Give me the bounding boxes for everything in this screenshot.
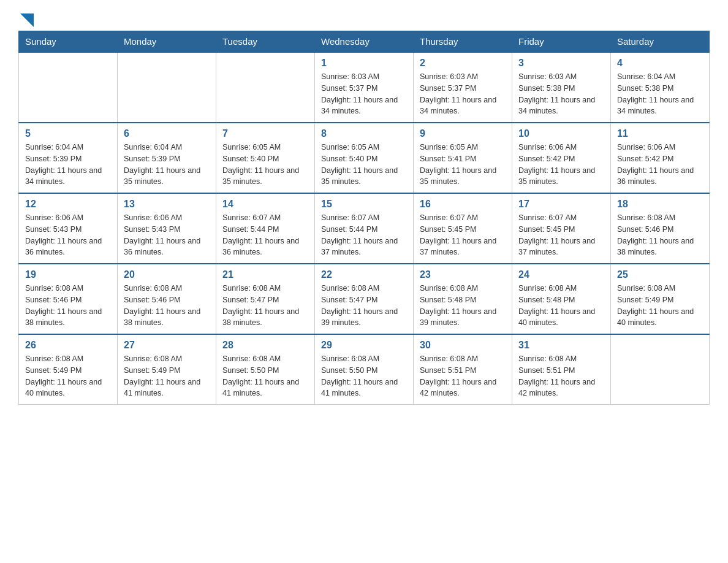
week-row-1: 1Sunrise: 6:03 AM Sunset: 5:37 PM Daylig… xyxy=(19,52,710,123)
calendar-cell: 27Sunrise: 6:08 AM Sunset: 5:49 PM Dayli… xyxy=(118,334,216,405)
calendar-cell: 9Sunrise: 6:05 AM Sunset: 5:41 PM Daylig… xyxy=(414,123,512,193)
day-number: 8 xyxy=(321,128,407,139)
calendar-cell: 14Sunrise: 6:07 AM Sunset: 5:44 PM Dayli… xyxy=(216,193,315,264)
day-number: 25 xyxy=(617,269,703,280)
calendar-cell xyxy=(611,334,710,405)
logo-arrow-icon xyxy=(20,13,34,27)
day-number: 9 xyxy=(420,128,506,139)
day-number: 12 xyxy=(25,199,111,210)
calendar-cell xyxy=(216,52,315,123)
calendar-cell: 29Sunrise: 6:08 AM Sunset: 5:50 PM Dayli… xyxy=(315,334,414,405)
day-number: 30 xyxy=(420,340,506,351)
day-number: 26 xyxy=(25,340,111,351)
day-info: Sunrise: 6:04 AM Sunset: 5:38 PM Dayligh… xyxy=(617,71,703,117)
calendar-cell: 6Sunrise: 6:04 AM Sunset: 5:39 PM Daylig… xyxy=(118,123,216,193)
page-header xyxy=(18,12,710,25)
day-number: 14 xyxy=(222,199,308,210)
day-info: Sunrise: 6:08 AM Sunset: 5:51 PM Dayligh… xyxy=(518,353,604,399)
day-number: 15 xyxy=(321,199,407,210)
day-info: Sunrise: 6:07 AM Sunset: 5:44 PM Dayligh… xyxy=(321,212,407,258)
day-info: Sunrise: 6:08 AM Sunset: 5:46 PM Dayligh… xyxy=(124,283,210,329)
week-row-4: 19Sunrise: 6:08 AM Sunset: 5:46 PM Dayli… xyxy=(19,264,710,334)
calendar-cell: 17Sunrise: 6:07 AM Sunset: 5:45 PM Dayli… xyxy=(512,193,611,264)
calendar-cell: 26Sunrise: 6:08 AM Sunset: 5:49 PM Dayli… xyxy=(19,334,118,405)
day-number: 20 xyxy=(124,269,210,280)
calendar-cell: 22Sunrise: 6:08 AM Sunset: 5:47 PM Dayli… xyxy=(315,264,414,334)
calendar-cell: 30Sunrise: 6:08 AM Sunset: 5:51 PM Dayli… xyxy=(414,334,512,405)
day-number: 19 xyxy=(25,269,111,280)
calendar-cell: 19Sunrise: 6:08 AM Sunset: 5:46 PM Dayli… xyxy=(19,264,118,334)
calendar-cell: 24Sunrise: 6:08 AM Sunset: 5:48 PM Dayli… xyxy=(512,264,611,334)
day-info: Sunrise: 6:08 AM Sunset: 5:47 PM Dayligh… xyxy=(222,283,308,329)
day-info: Sunrise: 6:07 AM Sunset: 5:45 PM Dayligh… xyxy=(518,212,604,258)
day-info: Sunrise: 6:06 AM Sunset: 5:43 PM Dayligh… xyxy=(25,212,111,258)
calendar-cell: 4Sunrise: 6:04 AM Sunset: 5:38 PM Daylig… xyxy=(611,52,710,123)
calendar-table: SundayMondayTuesdayWednesdayThursdayFrid… xyxy=(18,31,710,405)
day-info: Sunrise: 6:05 AM Sunset: 5:40 PM Dayligh… xyxy=(321,142,407,188)
day-number: 13 xyxy=(124,199,210,210)
day-info: Sunrise: 6:08 AM Sunset: 5:48 PM Dayligh… xyxy=(518,283,604,329)
calendar-cell: 18Sunrise: 6:08 AM Sunset: 5:46 PM Dayli… xyxy=(611,193,710,264)
day-info: Sunrise: 6:04 AM Sunset: 5:39 PM Dayligh… xyxy=(25,142,111,188)
day-number: 18 xyxy=(617,199,703,210)
column-header-thursday: Thursday xyxy=(414,31,512,53)
day-info: Sunrise: 6:07 AM Sunset: 5:45 PM Dayligh… xyxy=(420,212,506,258)
day-number: 11 xyxy=(617,128,703,139)
day-info: Sunrise: 6:06 AM Sunset: 5:42 PM Dayligh… xyxy=(617,142,703,188)
week-row-3: 12Sunrise: 6:06 AM Sunset: 5:43 PM Dayli… xyxy=(19,193,710,264)
calendar-cell: 3Sunrise: 6:03 AM Sunset: 5:38 PM Daylig… xyxy=(512,52,611,123)
day-number: 21 xyxy=(222,269,308,280)
day-number: 29 xyxy=(321,340,407,351)
day-number: 27 xyxy=(124,340,210,351)
day-info: Sunrise: 6:08 AM Sunset: 5:46 PM Dayligh… xyxy=(25,283,111,329)
day-number: 24 xyxy=(518,269,604,280)
calendar-cell: 31Sunrise: 6:08 AM Sunset: 5:51 PM Dayli… xyxy=(512,334,611,405)
calendar-cell: 20Sunrise: 6:08 AM Sunset: 5:46 PM Dayli… xyxy=(118,264,216,334)
day-info: Sunrise: 6:04 AM Sunset: 5:39 PM Dayligh… xyxy=(124,142,210,188)
calendar-cell: 28Sunrise: 6:08 AM Sunset: 5:50 PM Dayli… xyxy=(216,334,315,405)
day-info: Sunrise: 6:06 AM Sunset: 5:43 PM Dayligh… xyxy=(124,212,210,258)
day-number: 7 xyxy=(222,128,308,139)
day-number: 5 xyxy=(25,128,111,139)
day-number: 23 xyxy=(420,269,506,280)
day-number: 2 xyxy=(420,58,506,69)
day-number: 16 xyxy=(420,199,506,210)
column-header-monday: Monday xyxy=(118,31,216,53)
day-info: Sunrise: 6:08 AM Sunset: 5:49 PM Dayligh… xyxy=(124,353,210,399)
week-row-2: 5Sunrise: 6:04 AM Sunset: 5:39 PM Daylig… xyxy=(19,123,710,193)
column-header-wednesday: Wednesday xyxy=(315,31,414,53)
day-info: Sunrise: 6:08 AM Sunset: 5:46 PM Dayligh… xyxy=(617,212,703,258)
day-info: Sunrise: 6:08 AM Sunset: 5:50 PM Dayligh… xyxy=(222,353,308,399)
day-number: 3 xyxy=(518,58,604,69)
day-info: Sunrise: 6:06 AM Sunset: 5:42 PM Dayligh… xyxy=(518,142,604,188)
calendar-cell: 2Sunrise: 6:03 AM Sunset: 5:37 PM Daylig… xyxy=(414,52,512,123)
day-number: 31 xyxy=(518,340,604,351)
calendar-header-row: SundayMondayTuesdayWednesdayThursdayFrid… xyxy=(19,31,710,53)
calendar-cell: 1Sunrise: 6:03 AM Sunset: 5:37 PM Daylig… xyxy=(315,52,414,123)
calendar-cell: 12Sunrise: 6:06 AM Sunset: 5:43 PM Dayli… xyxy=(19,193,118,264)
day-info: Sunrise: 6:08 AM Sunset: 5:48 PM Dayligh… xyxy=(420,283,506,329)
day-number: 28 xyxy=(222,340,308,351)
column-header-sunday: Sunday xyxy=(19,31,118,53)
column-header-tuesday: Tuesday xyxy=(216,31,315,53)
day-info: Sunrise: 6:05 AM Sunset: 5:40 PM Dayligh… xyxy=(222,142,308,188)
calendar-cell xyxy=(19,52,118,123)
calendar-cell: 15Sunrise: 6:07 AM Sunset: 5:44 PM Dayli… xyxy=(315,193,414,264)
calendar-cell xyxy=(118,52,216,123)
day-info: Sunrise: 6:03 AM Sunset: 5:37 PM Dayligh… xyxy=(420,71,506,117)
day-info: Sunrise: 6:03 AM Sunset: 5:37 PM Dayligh… xyxy=(321,71,407,117)
logo xyxy=(18,12,34,25)
calendar-cell: 23Sunrise: 6:08 AM Sunset: 5:48 PM Dayli… xyxy=(414,264,512,334)
calendar-cell: 10Sunrise: 6:06 AM Sunset: 5:42 PM Dayli… xyxy=(512,123,611,193)
column-header-friday: Friday xyxy=(512,31,611,53)
day-info: Sunrise: 6:08 AM Sunset: 5:49 PM Dayligh… xyxy=(617,283,703,329)
day-info: Sunrise: 6:03 AM Sunset: 5:38 PM Dayligh… xyxy=(518,71,604,117)
calendar-cell: 7Sunrise: 6:05 AM Sunset: 5:40 PM Daylig… xyxy=(216,123,315,193)
day-info: Sunrise: 6:08 AM Sunset: 5:47 PM Dayligh… xyxy=(321,283,407,329)
calendar-cell: 13Sunrise: 6:06 AM Sunset: 5:43 PM Dayli… xyxy=(118,193,216,264)
day-info: Sunrise: 6:07 AM Sunset: 5:44 PM Dayligh… xyxy=(222,212,308,258)
svg-marker-0 xyxy=(20,13,34,27)
calendar-cell: 11Sunrise: 6:06 AM Sunset: 5:42 PM Dayli… xyxy=(611,123,710,193)
day-info: Sunrise: 6:08 AM Sunset: 5:49 PM Dayligh… xyxy=(25,353,111,399)
day-number: 1 xyxy=(321,58,407,69)
